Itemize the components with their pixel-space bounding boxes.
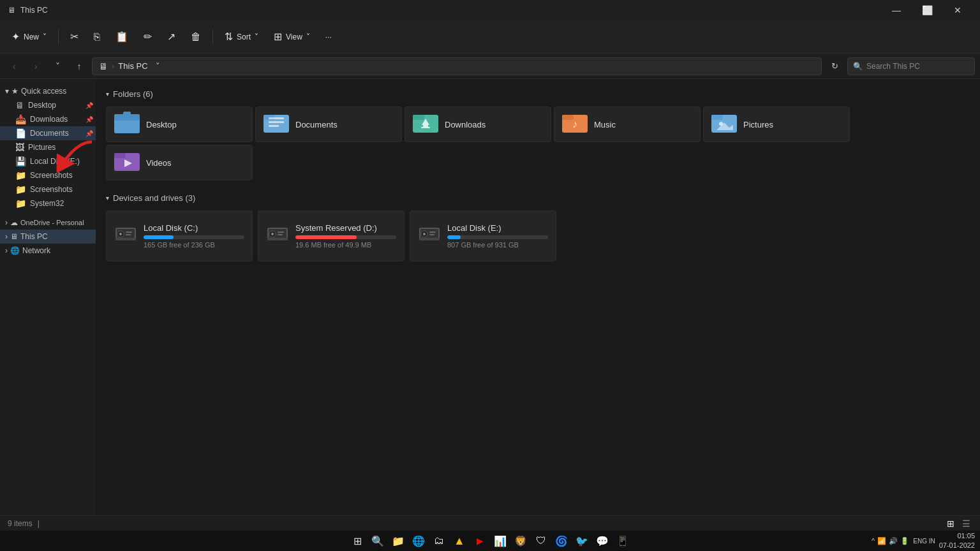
drive-e[interactable]: Local Disk (E:) 807 GB free of 931 GB bbox=[410, 210, 556, 261]
svg-rect-25 bbox=[115, 238, 136, 240]
paste-button[interactable]: 📋 bbox=[109, 26, 135, 48]
sidebar-network-header[interactable]: › 🌐 Network bbox=[0, 244, 96, 258]
taskbar-sheets[interactable]: 📊 bbox=[491, 532, 509, 550]
share-button[interactable]: ↗ bbox=[161, 26, 182, 48]
drive-e-info: Local Disk (E:) 807 GB free of 931 GB bbox=[447, 223, 548, 249]
taskbar-files[interactable]: 🗂 bbox=[430, 532, 448, 550]
new-button[interactable]: ✦ New ˅ bbox=[5, 26, 53, 48]
share-icon: ↗ bbox=[167, 31, 175, 43]
folder-desktop[interactable]: Desktop bbox=[106, 107, 253, 142]
copy-icon: ⎘ bbox=[94, 31, 100, 43]
view-button[interactable]: ⊞ View ˅ bbox=[267, 26, 316, 48]
taskbar-explorer[interactable]: 📁 bbox=[389, 532, 407, 550]
taskbar-brave[interactable]: 🦁 bbox=[512, 532, 530, 550]
maximize-button[interactable]: ⬜ bbox=[912, 0, 942, 20]
svg-rect-5 bbox=[269, 117, 284, 119]
onedrive-label: OneDrive - Personal bbox=[20, 219, 84, 226]
taskbar-time-display: 01:05 bbox=[939, 531, 975, 541]
view-icon: ⊞ bbox=[274, 31, 282, 43]
taskbar-volume-icon: 🔊 bbox=[889, 537, 898, 545]
svg-rect-43 bbox=[429, 234, 434, 235]
taskbar-discord[interactable]: 💬 bbox=[593, 532, 611, 550]
sidebar-item-pictures[interactable]: 🖼 Pictures bbox=[0, 140, 96, 154]
drives-section-header[interactable]: ▾ Devices and drives (3) bbox=[106, 193, 970, 203]
grid-view-button[interactable]: ⊞ bbox=[944, 517, 957, 530]
svg-rect-2 bbox=[123, 112, 131, 115]
documents-folder-icon bbox=[264, 111, 289, 138]
folder-documents[interactable]: Documents bbox=[255, 107, 402, 142]
drive-d[interactable]: System Reserved (D:) 19.6 MB free of 49.… bbox=[258, 210, 405, 261]
close-button[interactable]: ✕ bbox=[943, 0, 972, 20]
sidebar-item-local-disk-e[interactable]: 💾 Local Disk (E:) bbox=[0, 154, 96, 168]
taskbar-tray-expand[interactable]: ^ bbox=[872, 537, 875, 545]
taskbar-gdrive[interactable]: ▲ bbox=[450, 532, 468, 550]
taskbar-twitter[interactable]: 🐦 bbox=[573, 532, 591, 550]
drive-d-info: System Reserved (D:) 19.6 MB free of 49.… bbox=[295, 223, 396, 249]
svg-rect-7 bbox=[269, 125, 279, 127]
svg-rect-12 bbox=[421, 127, 430, 128]
sidebar-thispc-header[interactable]: › 🖥 This PC bbox=[0, 230, 96, 244]
sidebar-item-desktop[interactable]: 🖥 Desktop 📌 bbox=[0, 98, 96, 112]
refresh-button[interactable]: ↻ bbox=[826, 57, 843, 75]
desktop-label: Desktop bbox=[28, 101, 56, 110]
recent-button[interactable]: ˅ bbox=[48, 57, 66, 75]
drive-e-bar-fill bbox=[447, 235, 461, 239]
drive-c[interactable]: Local Disk (C:) 165 GB free of 236 GB bbox=[106, 210, 253, 261]
svg-rect-21 bbox=[114, 153, 126, 158]
minimize-button[interactable]: — bbox=[882, 0, 911, 20]
taskbar-start[interactable]: ⊞ bbox=[348, 532, 366, 550]
sidebar-item-screenshots2[interactable]: 📁 Screenshots bbox=[0, 182, 96, 196]
folder-videos[interactable]: Videos bbox=[106, 145, 253, 180]
rename-button[interactable]: ✏ bbox=[137, 26, 158, 48]
svg-rect-35 bbox=[278, 231, 284, 233]
folders-section-header[interactable]: ▾ Folders (6) bbox=[106, 89, 970, 99]
drives-chevron: ▾ bbox=[106, 195, 109, 202]
address-bar[interactable]: 🖥 › This PC ˅ bbox=[92, 57, 822, 75]
documents-icon: 📄 bbox=[15, 128, 26, 138]
svg-rect-32 bbox=[267, 238, 288, 240]
copy-button[interactable]: ⎘ bbox=[87, 26, 107, 48]
folder-music[interactable]: ♪ Music bbox=[554, 107, 701, 142]
taskbar-whatsapp[interactable]: 📱 bbox=[614, 532, 632, 550]
delete-button[interactable]: 🗑 bbox=[184, 26, 207, 48]
more-icon: ··· bbox=[325, 33, 332, 41]
taskbar-lang: ENG IN bbox=[913, 538, 935, 545]
taskbar-chrome[interactable]: 🌐 bbox=[410, 532, 427, 550]
forward-button[interactable]: › bbox=[27, 57, 45, 75]
list-view-button[interactable]: ☰ bbox=[960, 517, 972, 530]
drive-c-name: Local Disk (C:) bbox=[144, 223, 244, 233]
address-dropdown[interactable]: ˅ bbox=[152, 57, 165, 75]
taskbar-battery-icon: 🔋 bbox=[900, 537, 909, 545]
screenshots2-icon: 📁 bbox=[15, 184, 26, 195]
quick-access-chevron: ▾ bbox=[5, 87, 9, 96]
taskbar-youtube[interactable]: ▶ bbox=[471, 532, 489, 550]
up-button[interactable]: ↑ bbox=[70, 57, 88, 75]
more-button[interactable]: ··· bbox=[319, 26, 338, 48]
address-text: This PC bbox=[118, 61, 147, 71]
folder-downloads[interactable]: Downloads bbox=[405, 107, 551, 142]
taskbar-edge[interactable]: 🌀 bbox=[553, 532, 570, 550]
search-box[interactable]: 🔍 Search This PC bbox=[847, 57, 975, 75]
pictures-folder-icon bbox=[711, 111, 737, 138]
taskbar-datetime[interactable]: 01:05 07-01-2022 bbox=[939, 531, 975, 551]
sidebar-onedrive-header[interactable]: › ☁ OneDrive - Personal bbox=[0, 216, 96, 230]
quick-access-label: Quick access bbox=[21, 87, 66, 96]
sidebar-item-downloads[interactable]: 📥 Downloads 📌 bbox=[0, 112, 96, 126]
sidebar-item-documents[interactable]: 📄 Documents 📌 bbox=[0, 126, 96, 140]
taskbar-bitdefender[interactable]: 🛡 bbox=[532, 532, 550, 550]
pictures-icon: 🖼 bbox=[15, 142, 24, 152]
sidebar-item-screenshots1[interactable]: 📁 Screenshots bbox=[0, 168, 96, 182]
back-button[interactable]: ‹ bbox=[5, 57, 23, 75]
cut-button[interactable]: ✂ bbox=[64, 26, 85, 48]
svg-rect-29 bbox=[126, 234, 131, 235]
sort-button[interactable]: ⇅ Sort ˅ bbox=[218, 26, 265, 48]
address-icon: 🖥 bbox=[99, 61, 108, 71]
onedrive-icon: ☁ bbox=[10, 218, 18, 227]
svg-point-41 bbox=[423, 233, 426, 235]
sidebar-quick-access-header[interactable]: ▾ ★ Quick access bbox=[0, 84, 96, 98]
folder-pictures[interactable]: Pictures bbox=[703, 107, 850, 142]
sidebar-item-system32[interactable]: 📁 System32 bbox=[0, 196, 96, 210]
taskbar-search[interactable]: 🔍 bbox=[369, 532, 387, 550]
window-icon: 🖥 bbox=[8, 6, 15, 15]
taskbar-center: ⊞ 🔍 📁 🌐 🗂 ▲ ▶ 📊 🦁 🛡 🌀 🐦 💬 📱 bbox=[348, 532, 632, 550]
